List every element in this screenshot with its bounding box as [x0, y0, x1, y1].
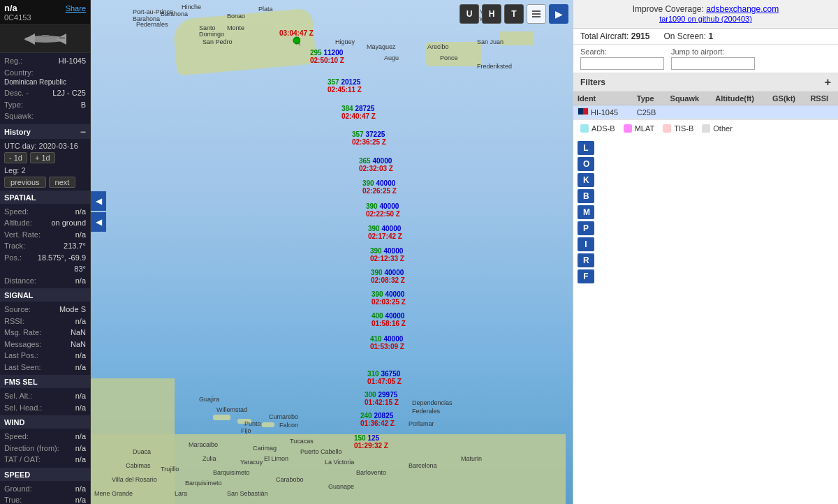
- forward-btn[interactable]: ▶: [549, 4, 568, 24]
- right-nav-btn-p[interactable]: P: [578, 221, 594, 235]
- right-nav-btn-m[interactable]: M: [578, 205, 594, 219]
- github-link[interactable]: tar1090 on github (200403): [659, 15, 752, 23]
- map-nav-left-btn2[interactable]: ◀: [91, 212, 106, 232]
- btn-u[interactable]: U: [460, 4, 479, 24]
- stats-row: Total Aircraft: 2915 On Screen: 1: [573, 29, 838, 45]
- right-nav-btn-r[interactable]: R: [578, 253, 594, 267]
- next-btn[interactable]: next: [49, 177, 76, 188]
- map-nav-left-btn[interactable]: ◀: [91, 191, 106, 211]
- map-area[interactable]: 295 1120002:50:10 Z357 2012502:45:11 Z38…: [91, 0, 573, 504]
- filters-add-btn[interactable]: +: [825, 76, 831, 89]
- legend-dot: [624, 124, 632, 133]
- legend-label: TIS-B: [674, 124, 693, 133]
- jump-group: Jump to airport:: [671, 47, 755, 70]
- map-toolbar: U H T ▶: [460, 4, 568, 24]
- utc-day: UTC day: 2020-03-16: [4, 142, 86, 150]
- legend-item: ADS-B: [580, 124, 615, 133]
- btn-h[interactable]: H: [482, 4, 501, 24]
- aircraft-hex: 0C4153: [4, 13, 86, 22]
- right-header: Improve Coverage: adsbexchange.com tar10…: [573, 0, 838, 29]
- speed-header: SPEED: [0, 468, 90, 481]
- cell-type: C25B: [633, 105, 666, 119]
- signal-messages: NaN: [71, 339, 86, 350]
- spatial-vert-rate: n/a: [75, 229, 86, 241]
- improve-link[interactable]: adsbexchange.com: [706, 4, 779, 14]
- cell-rssi: [806, 105, 838, 119]
- reg-block: Reg.: HI-1045 Country: Dominican Republi…: [0, 53, 90, 125]
- legend-row: ADS-BMLATTIS-BOther: [573, 119, 838, 137]
- aircraft-table: IdentTypeSquawkAltitude(ft)GS(kt)RSSI HI…: [573, 92, 838, 119]
- plus-1d-btn[interactable]: + 1d: [30, 152, 55, 163]
- leg-info: Leg: 2: [4, 166, 86, 175]
- previous-btn[interactable]: previous: [4, 177, 46, 188]
- svg-rect-25: [532, 16, 541, 17]
- legend-dot: [663, 124, 671, 133]
- search-input[interactable]: [580, 57, 664, 70]
- signal-header: SIGNAL: [0, 289, 90, 302]
- spatial-block: Speed:n/a Altitude:on ground Vert. Rate:…: [0, 204, 90, 290]
- minus-1d-btn[interactable]: - 1d: [4, 152, 27, 163]
- right-nav-btn-f[interactable]: F: [578, 269, 594, 283]
- table-row[interactable]: HI-1045C25B: [573, 105, 838, 119]
- fms-header: FMS SEL: [0, 376, 90, 388]
- flag-icon: [578, 108, 589, 115]
- table-col-squawk[interactable]: Squawk: [666, 92, 712, 105]
- signal-block: Source:Mode S RSSI:n/a Msg. Rate:NaN Mes…: [0, 302, 90, 376]
- speed-block: Ground:n/a True:n/a Indicated:n/a Mach:n…: [0, 481, 90, 505]
- legend-item: Other: [702, 124, 733, 133]
- table-body: HI-1045C25B: [573, 105, 838, 119]
- wind-block: Speed:n/a Direction (from):n/a TAT / OAT…: [0, 429, 90, 468]
- btn-t[interactable]: T: [504, 4, 524, 24]
- legend-label: Other: [713, 124, 733, 133]
- spatial-distance: n/a: [75, 275, 86, 287]
- legend-label: MLAT: [635, 124, 655, 133]
- right-panel: Improve Coverage: adsbexchange.com tar10…: [573, 0, 838, 504]
- svg-rect-23: [532, 10, 541, 12]
- svg-rect-4: [59, 37, 65, 39]
- signal-last-pos: n/a: [75, 350, 86, 362]
- svg-rect-3: [42, 35, 49, 37]
- legend-dot: [580, 124, 589, 133]
- cell-squawk: [666, 105, 712, 119]
- right-nav-btn-l[interactable]: L: [578, 141, 594, 155]
- total-aircraft-value: 2915: [631, 31, 650, 41]
- right-nav-btn-b[interactable]: B: [578, 189, 594, 203]
- table-col-ident[interactable]: Ident: [573, 92, 633, 105]
- right-nav-btn-i[interactable]: I: [578, 237, 594, 251]
- svg-rect-24: [532, 13, 541, 15]
- history-section-header: History −: [0, 125, 90, 139]
- on-screen-value: 1: [708, 31, 713, 41]
- table-col-altitudeft[interactable]: Altitude(ft): [711, 92, 768, 105]
- right-nav-btn-k[interactable]: K: [578, 173, 594, 187]
- table-col-gskt[interactable]: GS(kt): [768, 92, 806, 105]
- aircraft-id: n/a: [4, 3, 17, 13]
- history-controls: UTC day: 2020-03-16 - 1d + 1d Leg: 2 pre…: [0, 139, 90, 191]
- spatial-speed: n/a: [75, 206, 86, 218]
- cell-altitude: [711, 105, 768, 119]
- layers-btn[interactable]: [527, 4, 546, 24]
- left-panel: n/a Share 0C4153 Reg.: HI-1045 Country: …: [0, 0, 91, 504]
- fms-block: Sel. Alt.:n/a Sel. Head.:n/a: [0, 388, 90, 416]
- table-col-type[interactable]: Type: [633, 92, 666, 105]
- spatial-altitude: on ground: [51, 217, 86, 229]
- history-collapse-btn[interactable]: −: [80, 127, 86, 137]
- right-nav-btn-o[interactable]: O: [578, 157, 594, 171]
- signal-msg-rate: NaN: [71, 327, 86, 339]
- cell-ident: HI-1045: [573, 105, 633, 119]
- wind-header: WIND: [0, 416, 90, 429]
- signal-source: Mode S: [59, 304, 86, 316]
- legend-dot: [702, 124, 710, 133]
- legend-item: TIS-B: [663, 124, 693, 133]
- aircraft-header: n/a Share 0C4153: [0, 0, 90, 25]
- country-value: Dominican Republic: [4, 78, 86, 87]
- reg-value: HI-1045: [59, 55, 86, 67]
- map-background: [91, 0, 573, 504]
- search-jump-row: Search: Jump to airport:: [573, 45, 838, 73]
- table-header-row: IdentTypeSquawkAltitude(ft)GS(kt)RSSI: [573, 92, 838, 105]
- legend-item: MLAT: [624, 124, 655, 133]
- share-link[interactable]: Share: [66, 4, 86, 13]
- table-col-rssi[interactable]: RSSI: [806, 92, 838, 105]
- desc-type-value: L2J - C25B: [48, 87, 86, 110]
- jump-to-airport-input[interactable]: [671, 57, 755, 70]
- signal-last-seen: n/a: [75, 362, 86, 373]
